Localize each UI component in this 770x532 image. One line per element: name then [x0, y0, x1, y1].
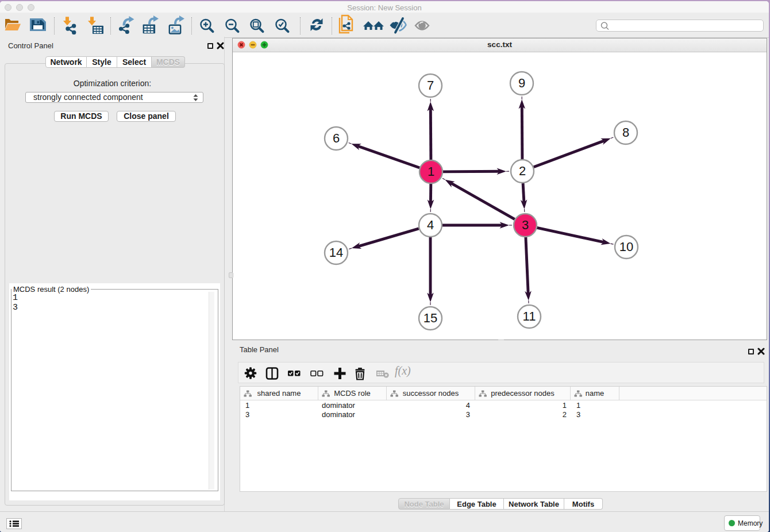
svg-text:2: 2: [519, 164, 526, 178]
svg-text:1: 1: [428, 164, 434, 179]
svg-text:10: 10: [619, 240, 633, 254]
svg-text:8: 8: [622, 125, 629, 140]
svg-text:11: 11: [523, 309, 536, 323]
svg-text:4: 4: [427, 218, 434, 232]
svg-text:6: 6: [333, 131, 340, 145]
svg-text:9: 9: [518, 76, 525, 90]
svg-text:7: 7: [427, 78, 434, 92]
svg-text:14: 14: [329, 245, 343, 260]
svg-text:15: 15: [424, 311, 437, 325]
svg-text:3: 3: [522, 218, 529, 232]
